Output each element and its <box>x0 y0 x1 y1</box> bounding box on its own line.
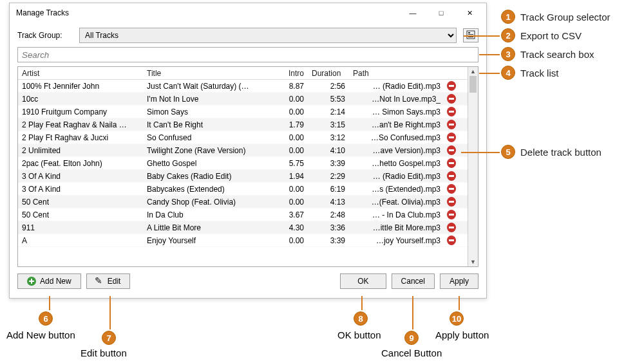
add-new-button[interactable]: Add New <box>17 273 81 289</box>
cell-title: Just Can't Wait (Saturday) (… <box>143 82 272 91</box>
cell-artist: 2 Play Feat Raghav & Naila … <box>18 120 143 129</box>
callout-label: Edit button <box>80 347 127 358</box>
callout-2: 2 Export to CSV <box>501 28 582 42</box>
table-row[interactable]: 2 UnlimitedTwilight Zone (Rave Version)0… <box>18 144 468 157</box>
apply-button[interactable]: Apply <box>440 273 478 289</box>
delete-track-button[interactable] <box>447 120 456 129</box>
scroll-down-icon[interactable]: ▼ <box>468 257 478 266</box>
table-row[interactable]: 100% Ft Jennifer JohnJust Can't Wait (Sa… <box>18 80 468 93</box>
scroll-thumb[interactable] <box>469 76 477 93</box>
ok-button[interactable]: OK <box>340 273 386 289</box>
col-artist[interactable]: Artist <box>18 69 143 78</box>
col-duration[interactable]: Duration <box>308 69 349 78</box>
cell-intro: 0.00 <box>272 198 308 207</box>
callout-num: 8 <box>354 311 368 326</box>
cell-intro: 0.00 <box>272 236 308 245</box>
list-scrollbar[interactable]: ▲ ▼ <box>468 67 478 266</box>
table-row[interactable]: 3 Of A KindBabycakes (Extended)0.006:19…… <box>18 183 468 196</box>
table-row[interactable]: 50 CentCandy Shop (Feat. Olivia)0.004:13… <box>18 196 468 208</box>
callout-num: 2 <box>501 28 515 42</box>
callout-num: 6 <box>39 311 53 326</box>
table-row[interactable]: 10ccI'm Not In Love0.005:53…Not In Love.… <box>18 93 468 106</box>
col-path[interactable]: Path <box>349 69 443 78</box>
cell-title: I'm Not In Love <box>143 95 272 104</box>
table-row[interactable]: 50 CentIn Da Club3.672:48… - In Da Club.… <box>18 208 468 221</box>
cell-duration: 5:53 <box>308 95 349 104</box>
cell-path: …So Confused.mp3 <box>349 133 443 142</box>
table-row[interactable]: 3 Of A KindBaby Cakes (Radio Edit)1.942:… <box>18 170 468 183</box>
callout-label: Cancel Button <box>381 347 442 358</box>
svg-rect-2 <box>468 34 473 35</box>
track-list: Artist Title Intro Duration Path 100% Ft… <box>17 66 478 267</box>
cell-title: So Confused <box>143 133 272 142</box>
cell-intro: 0.00 <box>272 185 308 194</box>
cell-path: …ave Version).mp3 <box>349 146 443 155</box>
search-input[interactable] <box>17 47 478 62</box>
scroll-up-icon[interactable]: ▲ <box>468 67 478 76</box>
callout-5: 5 Delete track button <box>501 145 601 159</box>
col-intro[interactable]: Intro <box>272 69 308 78</box>
callout-num: 7 <box>102 331 116 345</box>
cell-title: Enjoy Yourself <box>143 236 272 245</box>
callout-1: 1 Track Group selector <box>501 10 611 24</box>
manage-tracks-window: Manage Tracks ― □ ✕ Track Group: All Tra… <box>9 3 487 299</box>
callout-8: 8 <box>354 311 368 326</box>
table-row[interactable]: 2 Play Feat Raghav & Naila …It Can't Be … <box>18 118 468 131</box>
cell-duration: 2:14 <box>308 107 349 116</box>
cell-title: Simon Says <box>143 107 272 116</box>
cell-duration: 4:10 <box>308 146 349 155</box>
cell-intro: 0.00 <box>272 146 308 155</box>
cancel-button[interactable]: Cancel <box>392 273 435 289</box>
table-header: Artist Title Intro Duration Path <box>18 67 468 80</box>
track-group-select[interactable]: All Tracks <box>79 28 457 43</box>
cell-artist: 3 Of A Kind <box>18 172 143 181</box>
table-row[interactable]: 2pac (Feat. Elton John)Ghetto Gospel5.75… <box>18 157 468 170</box>
delete-track-button[interactable] <box>447 107 456 116</box>
cell-title: Candy Shop (Feat. Olivia) <box>143 198 272 207</box>
col-title[interactable]: Title <box>143 69 272 78</box>
svg-rect-1 <box>468 32 470 33</box>
maximize-button[interactable]: □ <box>427 4 455 22</box>
delete-track-button[interactable] <box>447 236 456 245</box>
table-row[interactable]: AEnjoy Yourself0.003:39…joy Yourself.mp3 <box>18 234 468 247</box>
cell-duration: 3:15 <box>308 120 349 129</box>
cell-duration: 2:48 <box>308 210 349 219</box>
delete-track-button[interactable] <box>447 223 456 232</box>
delete-track-button[interactable] <box>447 184 456 194</box>
delete-track-button[interactable] <box>447 145 456 155</box>
cell-intro: 8.87 <box>272 82 308 91</box>
table-row[interactable]: 2 Play Ft Raghav & JucxiSo Confused0.003… <box>18 131 468 144</box>
cell-path: … (Radio Edit).mp3 <box>349 82 443 91</box>
table-row[interactable]: 911A Little Bit More4.303:36…ittle Bit M… <box>18 221 468 234</box>
cell-artist: 100% Ft Jennifer John <box>18 82 143 91</box>
cell-title: Babycakes (Extended) <box>143 185 272 194</box>
delete-track-button[interactable] <box>447 210 456 219</box>
delete-track-button[interactable] <box>447 81 456 91</box>
callout-label: Delete track button <box>520 147 601 158</box>
cell-path: … (Radio Edit).mp3 <box>349 172 443 181</box>
pencil-icon <box>96 277 104 285</box>
table-row[interactable]: 1910 Fruitgum CompanySimon Says0.002:14…… <box>18 106 468 118</box>
minimize-button[interactable]: ― <box>399 4 427 22</box>
delete-track-button[interactable] <box>447 158 456 168</box>
close-button[interactable]: ✕ <box>455 4 484 22</box>
delete-track-button[interactable] <box>447 171 456 181</box>
delete-track-button[interactable] <box>447 197 456 207</box>
callout-num: 5 <box>501 145 515 159</box>
callout-label: Track Group selector <box>520 12 611 23</box>
cell-path: …joy Yourself.mp3 <box>349 236 443 245</box>
edit-button[interactable]: Edit <box>86 273 131 289</box>
add-new-label: Add New <box>40 277 71 286</box>
cell-duration: 4:13 <box>308 198 349 207</box>
cell-intro: 0.00 <box>272 95 308 104</box>
cell-path: …Not In Love.mp3_ <box>349 95 443 104</box>
callout-4: 4 Track list <box>501 66 558 80</box>
cell-artist: 2 Play Ft Raghav & Jucxi <box>18 133 143 142</box>
cell-path: …an't Be Right.mp3 <box>349 120 443 129</box>
callout-num: 3 <box>501 47 515 61</box>
cell-intro: 0.00 <box>272 133 308 142</box>
cell-title: In Da Club <box>143 210 272 219</box>
delete-track-button[interactable] <box>447 94 456 104</box>
delete-track-button[interactable] <box>447 133 456 142</box>
cell-title: Baby Cakes (Radio Edit) <box>143 172 272 181</box>
